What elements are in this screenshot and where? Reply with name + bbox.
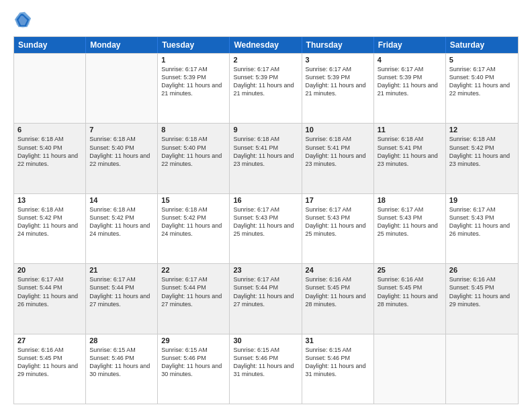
calendar-row-3: 13Sunrise: 6:18 AM Sunset: 5:42 PM Dayli… [14,193,518,263]
day-cell-6: 6Sunrise: 6:18 AM Sunset: 5:40 PM Daylig… [14,124,86,193]
day-of-week-saturday: Saturday [446,37,518,53]
cell-info: Sunrise: 6:18 AM Sunset: 5:42 PM Dayligh… [449,135,515,168]
cell-info: Sunrise: 6:15 AM Sunset: 5:46 PM Dayligh… [306,346,370,379]
cell-info: Sunrise: 6:17 AM Sunset: 5:44 PM Dayligh… [89,275,154,308]
day-cell-29: 29Sunrise: 6:15 AM Sunset: 5:46 PM Dayli… [158,334,230,404]
day-cell-10: 10Sunrise: 6:18 AM Sunset: 5:41 PM Dayli… [302,124,374,193]
logo [13,11,35,30]
day-number: 4 [378,56,442,64]
day-of-week-sunday: Sunday [14,37,86,53]
cell-info: Sunrise: 6:18 AM Sunset: 5:42 PM Dayligh… [89,205,154,238]
day-number: 13 [17,196,82,204]
cell-info: Sunrise: 6:17 AM Sunset: 5:39 PM Dayligh… [306,65,370,98]
cell-info: Sunrise: 6:15 AM Sunset: 5:46 PM Dayligh… [89,346,154,379]
empty-cell [14,54,86,123]
day-number: 8 [161,126,226,134]
header [13,11,519,30]
day-number: 14 [89,196,154,204]
day-number: 30 [233,336,298,345]
day-cell-14: 14Sunrise: 6:18 AM Sunset: 5:42 PM Dayli… [86,194,158,263]
day-cell-18: 18Sunrise: 6:17 AM Sunset: 5:43 PM Dayli… [374,194,446,263]
day-of-week-friday: Friday [374,37,446,53]
cell-info: Sunrise: 6:17 AM Sunset: 5:39 PM Dayligh… [233,65,298,98]
cell-info: Sunrise: 6:18 AM Sunset: 5:40 PM Dayligh… [89,135,154,168]
cell-info: Sunrise: 6:17 AM Sunset: 5:39 PM Dayligh… [161,65,226,98]
day-cell-2: 2Sunrise: 6:17 AM Sunset: 5:39 PM Daylig… [230,54,302,123]
day-number: 31 [306,336,370,345]
day-cell-17: 17Sunrise: 6:17 AM Sunset: 5:43 PM Dayli… [302,194,374,263]
day-number: 24 [306,266,370,274]
day-cell-28: 28Sunrise: 6:15 AM Sunset: 5:46 PM Dayli… [86,334,158,404]
calendar-row-1: 1Sunrise: 6:17 AM Sunset: 5:39 PM Daylig… [14,53,518,123]
day-of-week-monday: Monday [86,37,158,53]
day-cell-13: 13Sunrise: 6:18 AM Sunset: 5:42 PM Dayli… [14,194,86,263]
cell-info: Sunrise: 6:16 AM Sunset: 5:45 PM Dayligh… [378,275,442,308]
day-number: 6 [17,126,82,134]
day-cell-25: 25Sunrise: 6:16 AM Sunset: 5:45 PM Dayli… [374,264,446,333]
cell-info: Sunrise: 6:16 AM Sunset: 5:45 PM Dayligh… [17,346,82,379]
day-cell-5: 5Sunrise: 6:17 AM Sunset: 5:40 PM Daylig… [446,54,518,123]
day-cell-9: 9Sunrise: 6:18 AM Sunset: 5:41 PM Daylig… [230,124,302,193]
day-cell-31: 31Sunrise: 6:15 AM Sunset: 5:46 PM Dayli… [302,334,374,404]
cell-info: Sunrise: 6:17 AM Sunset: 5:44 PM Dayligh… [233,275,298,308]
day-number: 2 [233,56,298,64]
calendar-row-2: 6Sunrise: 6:18 AM Sunset: 5:40 PM Daylig… [14,123,518,193]
day-number: 23 [233,266,298,274]
day-number: 11 [378,126,442,134]
day-cell-23: 23Sunrise: 6:17 AM Sunset: 5:44 PM Dayli… [230,264,302,333]
cell-info: Sunrise: 6:17 AM Sunset: 5:44 PM Dayligh… [17,275,82,308]
cell-info: Sunrise: 6:18 AM Sunset: 5:41 PM Dayligh… [306,135,370,168]
day-cell-7: 7Sunrise: 6:18 AM Sunset: 5:40 PM Daylig… [86,124,158,193]
cell-info: Sunrise: 6:17 AM Sunset: 5:43 PM Dayligh… [306,205,370,238]
page: SundayMondayTuesdayWednesdayThursdayFrid… [0,0,532,411]
day-number: 22 [161,266,226,274]
day-cell-12: 12Sunrise: 6:18 AM Sunset: 5:42 PM Dayli… [446,124,518,193]
cell-info: Sunrise: 6:18 AM Sunset: 5:42 PM Dayligh… [17,205,82,238]
day-number: 9 [233,126,298,134]
cell-info: Sunrise: 6:16 AM Sunset: 5:45 PM Dayligh… [306,275,370,308]
cell-info: Sunrise: 6:16 AM Sunset: 5:45 PM Dayligh… [449,275,515,308]
day-number: 26 [449,266,515,274]
calendar-row-5: 27Sunrise: 6:16 AM Sunset: 5:45 PM Dayli… [14,334,518,404]
day-number: 18 [378,196,442,204]
day-number: 16 [233,196,298,204]
logo-icon [13,11,32,30]
cell-info: Sunrise: 6:17 AM Sunset: 5:43 PM Dayligh… [449,205,515,238]
cell-info: Sunrise: 6:17 AM Sunset: 5:39 PM Dayligh… [378,65,442,98]
day-cell-20: 20Sunrise: 6:17 AM Sunset: 5:44 PM Dayli… [14,264,86,333]
day-number: 10 [306,126,370,134]
day-number: 25 [378,266,442,274]
cell-info: Sunrise: 6:17 AM Sunset: 5:43 PM Dayligh… [233,205,298,238]
day-cell-3: 3Sunrise: 6:17 AM Sunset: 5:39 PM Daylig… [302,54,374,123]
day-number: 21 [89,266,154,274]
day-number: 3 [306,56,370,64]
day-of-week-wednesday: Wednesday [230,37,302,53]
day-cell-24: 24Sunrise: 6:16 AM Sunset: 5:45 PM Dayli… [302,264,374,333]
empty-cell [374,334,446,404]
day-number: 28 [89,336,154,345]
day-cell-30: 30Sunrise: 6:15 AM Sunset: 5:46 PM Dayli… [230,334,302,404]
cell-info: Sunrise: 6:17 AM Sunset: 5:40 PM Dayligh… [449,65,515,98]
day-of-week-thursday: Thursday [302,37,374,53]
day-number: 20 [17,266,82,274]
day-cell-1: 1Sunrise: 6:17 AM Sunset: 5:39 PM Daylig… [158,54,230,123]
cell-info: Sunrise: 6:18 AM Sunset: 5:42 PM Dayligh… [161,205,226,238]
calendar-row-4: 20Sunrise: 6:17 AM Sunset: 5:44 PM Dayli… [14,263,518,333]
day-number: 27 [17,336,82,345]
empty-cell [446,334,518,404]
day-number: 1 [161,56,226,64]
cell-info: Sunrise: 6:18 AM Sunset: 5:40 PM Dayligh… [161,135,226,168]
day-cell-19: 19Sunrise: 6:17 AM Sunset: 5:43 PM Dayli… [446,194,518,263]
cell-info: Sunrise: 6:15 AM Sunset: 5:46 PM Dayligh… [233,346,298,379]
day-number: 29 [161,336,226,345]
day-of-week-tuesday: Tuesday [158,37,230,53]
cell-info: Sunrise: 6:17 AM Sunset: 5:43 PM Dayligh… [378,205,442,238]
cell-info: Sunrise: 6:17 AM Sunset: 5:44 PM Dayligh… [161,275,226,308]
day-cell-22: 22Sunrise: 6:17 AM Sunset: 5:44 PM Dayli… [158,264,230,333]
day-number: 12 [449,126,515,134]
day-cell-27: 27Sunrise: 6:16 AM Sunset: 5:45 PM Dayli… [14,334,86,404]
day-number: 15 [161,196,226,204]
calendar: SundayMondayTuesdayWednesdayThursdayFrid… [13,36,519,404]
day-cell-21: 21Sunrise: 6:17 AM Sunset: 5:44 PM Dayli… [86,264,158,333]
cell-info: Sunrise: 6:18 AM Sunset: 5:41 PM Dayligh… [378,135,442,168]
